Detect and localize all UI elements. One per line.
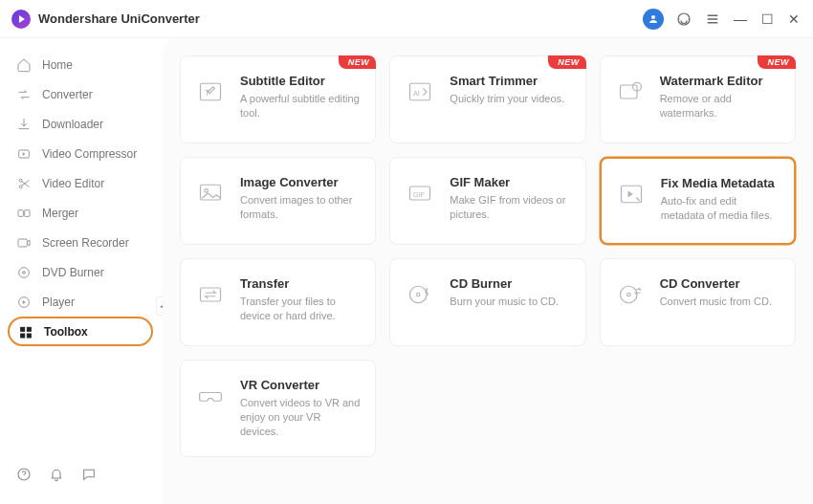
sidebar-item-label: Screen Recorder [42, 236, 129, 250]
sidebar-item-label: Merger [42, 207, 78, 220]
card-desc: Make GIF from videos or pictures. [450, 193, 571, 222]
disc-icon [15, 264, 33, 281]
svg-rect-6 [25, 209, 30, 216]
subtitle-icon: T [194, 76, 227, 108]
card-desc: A powerful subtitle editing tool. [240, 92, 362, 121]
support-icon[interactable] [675, 11, 692, 28]
svg-point-23 [205, 189, 209, 193]
svg-point-4 [19, 185, 22, 187]
svg-rect-16 [201, 83, 221, 100]
sidebar-item-label: Video Editor [42, 177, 104, 190]
window-maximize-button[interactable]: ☐ [759, 12, 775, 26]
transfer-icon [194, 278, 227, 311]
sidebar-item-label: Converter [42, 88, 93, 101]
download-icon [15, 116, 33, 133]
titlebar: Wondershare UniConverter — ☐ ✕ [0, 0, 813, 38]
tool-card-fix-media-metadata[interactable]: Fix Media Metadata Auto-fix and edit met… [600, 157, 796, 245]
svg-rect-7 [18, 239, 27, 247]
tool-card-transfer[interactable]: Transfer Transfer your files to device o… [180, 258, 376, 346]
svg-point-31 [626, 293, 630, 296]
app-title: Wondershare UniConverter [38, 11, 200, 26]
card-title: Fix Media Metadata [661, 176, 780, 190]
vr-icon [194, 380, 227, 412]
svg-point-0 [651, 15, 655, 19]
sidebar-item-merger[interactable]: Merger [0, 198, 163, 228]
sidebar-item-home[interactable]: Home [0, 50, 163, 79]
tool-card-smart-trimmer[interactable]: NEW AI Smart Trimmer Quickly trim your v… [389, 55, 585, 143]
card-title: VR Converter [240, 378, 362, 392]
new-badge: NEW [758, 55, 796, 69]
window-minimize-button[interactable]: — [733, 12, 748, 26]
tool-card-cd-burner[interactable]: CD Burner Burn your music to CD. [389, 258, 585, 346]
tool-card-cd-converter[interactable]: CD Converter Convert music from CD. [600, 258, 796, 346]
svg-rect-11 [21, 327, 25, 331]
window-close-button[interactable]: ✕ [786, 12, 802, 26]
toolbox-icon [17, 323, 34, 340]
svg-rect-5 [18, 209, 23, 216]
bell-icon[interactable] [48, 466, 65, 483]
menu-icon[interactable] [704, 11, 721, 28]
home-icon [15, 56, 33, 74]
tool-card-watermark-editor[interactable]: NEW Watermark Editor Remove or add water… [600, 55, 796, 143]
sidebar-item-downloader[interactable]: Downloader [0, 109, 163, 139]
sidebar-footer [0, 456, 163, 493]
sidebar-item-screen-recorder[interactable]: Screen Recorder [0, 228, 163, 257]
card-desc: Burn your music to CD. [450, 295, 571, 309]
svg-text:GIF: GIF [413, 191, 425, 198]
sidebar-item-dvd-burner[interactable]: DVD Burner [0, 257, 163, 287]
tool-card-vr-converter[interactable]: VR Converter Convert videos to VR and en… [180, 360, 376, 457]
sidebar-item-video-compressor[interactable]: Video Compressor [0, 139, 163, 168]
card-title: CD Converter [660, 276, 781, 291]
sidebar-item-toolbox[interactable]: Toolbox [8, 317, 153, 346]
sidebar-nav: Home Converter Downloader Video Compress… [0, 50, 163, 346]
sidebar-item-label: Toolbox [44, 325, 88, 339]
tool-card-gif-maker[interactable]: GIF GIF Maker Make GIF from videos or pi… [389, 157, 585, 245]
svg-point-8 [19, 267, 30, 277]
sidebar-item-label: DVD Burner [42, 266, 104, 279]
svg-rect-13 [21, 334, 25, 338]
tool-card-subtitle-editor[interactable]: NEW T Subtitle Editor A powerful subtitl… [180, 55, 376, 143]
card-desc: Auto-fix and edit metadata of media file… [661, 194, 780, 223]
record-icon [15, 234, 33, 252]
sidebar-item-player[interactable]: Player [0, 287, 163, 317]
sidebar-item-converter[interactable]: Converter [0, 79, 163, 109]
sidebar-item-label: Player [42, 296, 75, 309]
chat-icon[interactable] [80, 466, 98, 483]
sidebar-item-label: Home [42, 58, 73, 72]
svg-point-28 [410, 286, 428, 303]
card-title: Watermark Editor [660, 74, 781, 88]
cd-burn-icon [404, 278, 436, 311]
gif-icon: GIF [404, 177, 436, 209]
card-title: Smart Trimmer [450, 74, 571, 88]
cd-convert-icon [614, 278, 647, 311]
scissors-icon [15, 175, 33, 192]
card-desc: Remove or add watermarks. [660, 92, 781, 121]
converter-icon [15, 86, 33, 103]
account-avatar-icon[interactable] [643, 9, 664, 30]
metadata-icon [615, 178, 648, 210]
new-badge: NEW [339, 55, 377, 69]
svg-point-30 [620, 286, 637, 303]
svg-point-9 [23, 271, 26, 274]
card-desc: Convert videos to VR and enjoy on your V… [240, 396, 362, 439]
sidebar-item-video-editor[interactable]: Video Editor [0, 168, 163, 198]
watermark-icon [614, 76, 647, 108]
main-content: NEW T Subtitle Editor A powerful subtitl… [163, 38, 813, 504]
tool-card-image-converter[interactable]: Image Converter Convert images to other … [180, 157, 376, 245]
trimmer-icon: AI [404, 76, 436, 108]
svg-rect-14 [27, 334, 31, 338]
app-logo-icon [11, 10, 31, 29]
svg-point-3 [19, 179, 22, 182]
titlebar-controls: — ☐ ✕ [643, 9, 802, 30]
card-title: Transfer [240, 276, 362, 291]
svg-rect-12 [27, 327, 31, 331]
card-desc: Quickly trim your videos. [450, 92, 571, 106]
new-badge: NEW [548, 55, 586, 69]
card-title: Subtitle Editor [240, 74, 362, 88]
card-desc: Convert images to other formats. [240, 193, 362, 222]
help-icon[interactable] [15, 466, 33, 483]
image-icon [194, 177, 227, 209]
tool-grid: NEW T Subtitle Editor A powerful subtitl… [180, 55, 796, 457]
card-title: Image Converter [240, 175, 362, 189]
svg-text:AI: AI [413, 90, 420, 97]
